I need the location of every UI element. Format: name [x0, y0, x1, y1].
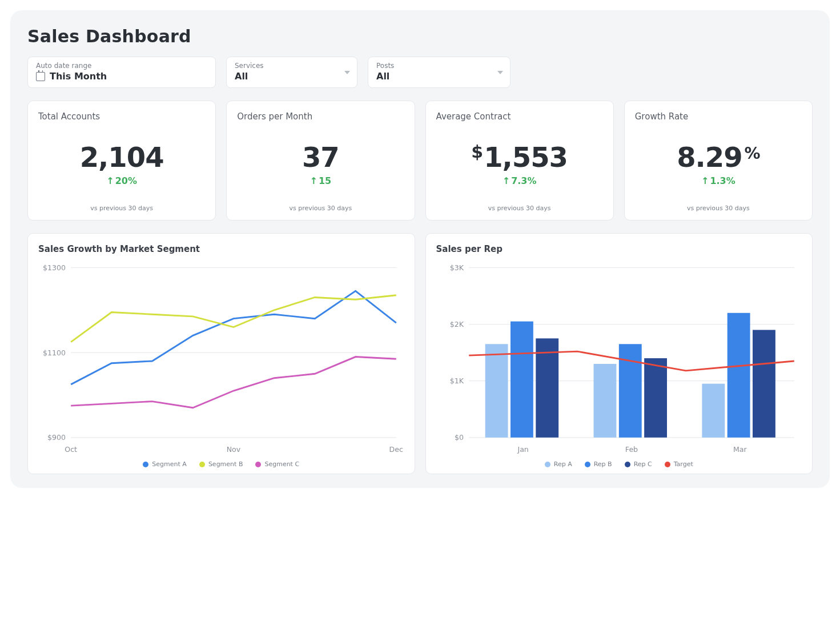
filter-value: All	[235, 71, 248, 82]
reps-chart: $0$1K$2K$3KJanFebMar	[436, 261, 802, 457]
svg-text:Nov: Nov	[227, 445, 241, 454]
kpi-label: Average Contract	[436, 111, 603, 122]
svg-text:$900: $900	[47, 433, 66, 442]
svg-text:$3K: $3K	[449, 263, 464, 272]
date-range-filter[interactable]: Auto date range This Month	[27, 57, 216, 88]
kpi-sub: vs previous 30 days	[38, 205, 205, 212]
kpi-value: 2,104	[38, 141, 205, 173]
svg-rect-19	[510, 322, 533, 438]
svg-text:Dec: Dec	[389, 445, 403, 454]
svg-text:$1300: $1300	[43, 263, 66, 272]
dashboard-page: Sales Dashboard Auto date range This Mon…	[10, 10, 830, 488]
filter-label: Posts	[376, 62, 502, 70]
kpi-delta: ↑15	[237, 175, 404, 186]
chart-title: Sales per Rep	[436, 244, 802, 254]
kpi-delta: ↑20%	[38, 175, 205, 186]
segments-legend: Segment ASegment BSegment C	[38, 460, 404, 468]
svg-text:Jan: Jan	[517, 445, 528, 454]
reps-legend: Rep ARep BRep CTarget	[436, 460, 802, 468]
kpi-row: Total Accounts2,104↑20%vs previous 30 da…	[27, 101, 813, 221]
kpi-sub: vs previous 30 days	[237, 205, 404, 212]
reps-chart-card: Sales per Rep $0$1K$2K$3KJanFebMar Rep A…	[425, 233, 813, 474]
svg-rect-26	[702, 384, 725, 438]
kpi-sub: vs previous 30 days	[635, 205, 802, 212]
kpi-value: $1,553	[436, 141, 603, 173]
filters-row: Auto date range This Month Services All …	[27, 57, 813, 88]
svg-text:Mar: Mar	[733, 445, 747, 454]
filter-label: Auto date range	[36, 62, 207, 70]
filter-value: All	[376, 71, 389, 82]
kpi-value: 37	[237, 141, 404, 173]
kpi-card: Average Contract$1,553↑7.3%vs previous 3…	[425, 101, 614, 221]
svg-text:$1100: $1100	[43, 348, 66, 357]
svg-text:Oct: Oct	[65, 445, 77, 454]
legend-item[interactable]: Segment C	[255, 460, 299, 468]
svg-text:$2K: $2K	[449, 320, 464, 328]
legend-item[interactable]: Rep B	[585, 460, 612, 468]
legend-item[interactable]: Segment A	[143, 460, 187, 468]
chevron-down-icon	[344, 71, 350, 74]
kpi-label: Total Accounts	[38, 111, 205, 122]
segments-chart-card: Sales Growth by Market Segment $900$1100…	[27, 233, 415, 474]
svg-rect-24	[644, 358, 667, 438]
calendar-icon	[36, 72, 45, 81]
svg-text:$0: $0	[455, 433, 464, 442]
chevron-down-icon	[497, 71, 503, 74]
posts-filter[interactable]: Posts All	[368, 57, 511, 88]
kpi-delta: ↑1.3%	[635, 175, 802, 186]
kpi-card: Total Accounts2,104↑20%vs previous 30 da…	[27, 101, 216, 221]
filter-value: This Month	[50, 71, 107, 82]
legend-item[interactable]: Target	[665, 460, 693, 468]
legend-item[interactable]: Segment B	[199, 460, 243, 468]
kpi-sub: vs previous 30 days	[436, 205, 603, 212]
legend-item[interactable]: Rep C	[625, 460, 652, 468]
kpi-card: Growth Rate8.29%↑1.3%vs previous 30 days	[624, 101, 813, 221]
kpi-label: Orders per Month	[237, 111, 404, 122]
segments-chart: $900$1100$1300OctNovDec	[38, 261, 404, 457]
filter-label: Services	[235, 62, 349, 70]
kpi-label: Growth Rate	[635, 111, 802, 122]
svg-text:Feb: Feb	[625, 445, 637, 454]
svg-rect-18	[485, 344, 508, 438]
svg-rect-22	[593, 364, 616, 438]
svg-text:$1K: $1K	[449, 376, 464, 385]
svg-rect-28	[752, 330, 775, 437]
page-title: Sales Dashboard	[27, 26, 813, 46]
legend-item[interactable]: Rep A	[545, 460, 572, 468]
chart-title: Sales Growth by Market Segment	[38, 244, 404, 254]
svg-rect-23	[618, 344, 641, 438]
kpi-card: Orders per Month37↑15vs previous 30 days	[226, 101, 415, 221]
svg-rect-27	[727, 313, 750, 438]
kpi-delta: ↑7.3%	[436, 175, 603, 186]
services-filter[interactable]: Services All	[226, 57, 357, 88]
kpi-value: 8.29%	[635, 141, 802, 173]
charts-row: Sales Growth by Market Segment $900$1100…	[27, 233, 813, 474]
